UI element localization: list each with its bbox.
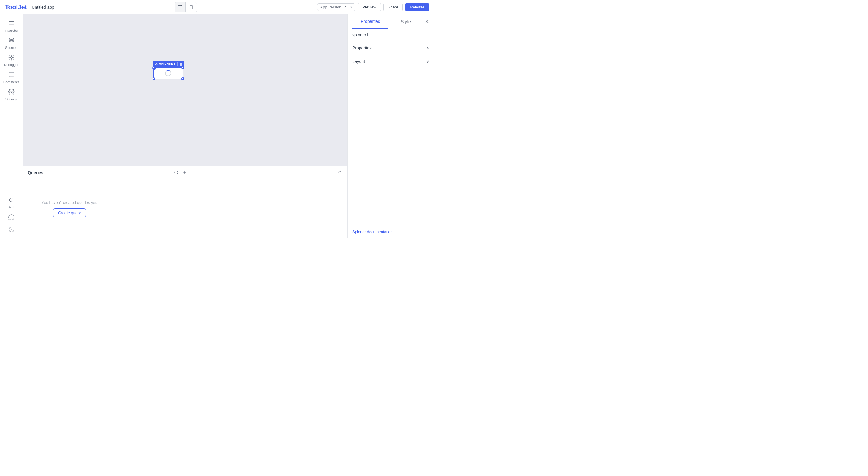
header-right: App Version v1 ▾ Preview Share Release — [317, 3, 430, 11]
version-label: App Version — [320, 5, 341, 9]
version-selector[interactable]: App Version v1 ▾ — [317, 3, 355, 11]
properties-section-title: Properties — [352, 45, 372, 50]
settings-icon — [8, 89, 15, 96]
settings-label: Settings — [5, 97, 18, 101]
device-group — [175, 2, 197, 12]
sidebar-item-comments[interactable]: Comments — [0, 68, 23, 86]
inspector-label: Inspector — [4, 29, 18, 32]
desktop-view-btn[interactable] — [175, 2, 186, 12]
spinner-animation — [165, 70, 171, 76]
header: ToolJet Untitled app App Version v1 ▾ Pr… — [0, 0, 434, 14]
resize-handle-bl[interactable] — [153, 77, 155, 80]
settings-gear-icon[interactable]: ⚙ — [155, 63, 158, 66]
query-list: You haven't created queries yet. Create … — [23, 179, 116, 238]
mobile-view-btn[interactable] — [186, 2, 196, 12]
sidebar-item-sources[interactable]: Sources — [0, 34, 23, 51]
query-panel: Queries You haven't created queries yet.… — [23, 166, 347, 238]
comments-label: Comments — [3, 80, 19, 84]
release-button[interactable]: Release — [405, 3, 429, 11]
component-name: spinner1 — [347, 29, 434, 41]
inspector-icon — [8, 20, 15, 27]
layout-section-title: Layout — [352, 59, 365, 64]
resize-handle-br[interactable] — [181, 77, 184, 80]
share-button[interactable]: Share — [383, 3, 403, 11]
svg-rect-0 — [178, 5, 182, 8]
svg-point-8 — [10, 91, 12, 93]
sidebar-item-chat[interactable] — [0, 211, 23, 223]
query-panel-header: Queries — [23, 166, 347, 179]
svg-point-6 — [9, 38, 13, 40]
sources-icon — [8, 37, 15, 44]
comments-icon — [8, 71, 15, 79]
device-toggle-group — [175, 2, 197, 12]
separator — [177, 62, 178, 66]
svg-point-9 — [175, 171, 178, 174]
right-panel: Properties Styles ✕ spinner1 Properties … — [347, 14, 434, 238]
main-layout: Inspector Sources Debugger Comments Sett… — [0, 14, 434, 238]
add-query-button[interactable] — [182, 170, 187, 175]
svg-line-10 — [177, 173, 178, 174]
canvas[interactable]: ⚙ SPINNER1 🗑 — [23, 14, 347, 166]
right-panel-tabs: Properties Styles ✕ — [347, 14, 434, 29]
preview-button[interactable]: Preview — [358, 3, 381, 11]
query-detail-pane — [116, 179, 347, 238]
svg-rect-3 — [190, 5, 192, 9]
query-panel-title: Queries — [28, 170, 170, 175]
sidebar-item-inspector[interactable]: Inspector — [0, 17, 23, 34]
spinner-widget-label: ⚙ SPINNER1 🗑 — [153, 61, 184, 67]
delete-widget-icon[interactable]: 🗑 — [179, 62, 183, 66]
tab-properties[interactable]: Properties — [352, 14, 389, 29]
back-icon — [8, 197, 15, 204]
sidebar-item-debugger[interactable]: Debugger — [0, 51, 23, 68]
debugger-icon — [8, 54, 15, 62]
spinner-widget-body[interactable] — [153, 67, 183, 79]
right-panel-footer: Spinner documentation — [347, 225, 434, 238]
canvas-area: ⚙ SPINNER1 🗑 Queri — [23, 14, 347, 238]
sidebar: Inspector Sources Debugger Comments Sett… — [0, 14, 23, 238]
layout-section-chevron-icon: ∨ — [426, 59, 429, 64]
search-queries-button[interactable] — [174, 170, 179, 175]
version-value: v1 — [344, 5, 348, 9]
sidebar-item-settings[interactable]: Settings — [0, 86, 23, 103]
sidebar-bottom: Back — [0, 194, 23, 235]
create-query-button[interactable]: Create query — [53, 209, 86, 217]
app-title: Untitled app — [32, 5, 54, 10]
collapse-query-panel-button[interactable] — [337, 169, 342, 176]
logo: ToolJet — [5, 3, 27, 11]
debugger-label: Debugger — [4, 63, 19, 67]
spinner-doc-link[interactable]: Spinner documentation — [352, 229, 393, 234]
properties-section-chevron-icon: ∧ — [426, 45, 429, 50]
svg-point-7 — [10, 56, 12, 58]
spinner-widget[interactable]: ⚙ SPINNER1 🗑 — [153, 61, 184, 79]
back-label: Back — [7, 205, 15, 209]
version-chevron-icon: ▾ — [350, 5, 352, 9]
sidebar-item-back[interactable]: Back — [0, 194, 23, 211]
query-body: You haven't created queries yet. Create … — [23, 179, 347, 238]
spinner-widget-name: SPINNER1 — [159, 63, 176, 66]
sources-label: Sources — [5, 46, 17, 50]
chat-icon — [8, 214, 15, 221]
layout-section-header[interactable]: Layout ∨ — [347, 55, 434, 68]
resize-handle-tl[interactable] — [153, 67, 155, 69]
theme-icon — [8, 226, 15, 234]
close-right-panel-button[interactable]: ✕ — [425, 19, 429, 25]
sidebar-item-theme[interactable] — [0, 223, 23, 235]
properties-section-header[interactable]: Properties ∧ — [347, 41, 434, 55]
tab-styles[interactable]: Styles — [389, 14, 425, 29]
query-empty-text: You haven't created queries yet. — [41, 200, 97, 205]
right-panel-content: spinner1 Properties ∧ Layout ∨ — [347, 29, 434, 225]
